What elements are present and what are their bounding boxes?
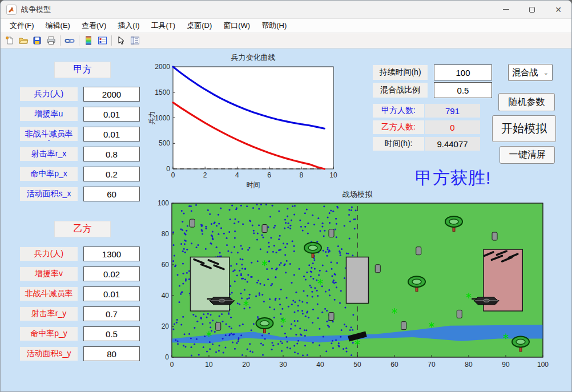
party-a-reinforce-input[interactable] <box>83 107 140 122</box>
time-value: 9.44077 <box>425 137 480 151</box>
svg-text:500: 500 <box>159 139 170 147</box>
svg-text:0: 0 <box>171 171 175 179</box>
toolbar-separator <box>60 35 61 46</box>
party-b-header: 乙方 <box>54 221 111 237</box>
time-label: 时间(h): <box>373 137 424 151</box>
svg-text:0: 0 <box>170 361 174 369</box>
party-b-count-value: 0 <box>425 120 480 134</box>
open-folder-icon[interactable] <box>17 34 30 47</box>
menu-window[interactable]: 窗口(W) <box>217 19 256 32</box>
svg-text:1500: 1500 <box>155 88 170 96</box>
party-a-hitrate-input[interactable] <box>83 167 140 181</box>
toolbar <box>1 33 571 49</box>
svg-text:20: 20 <box>242 361 250 369</box>
mix-ratio-label: 混合战比例 <box>373 83 428 98</box>
svg-text:80: 80 <box>162 230 170 238</box>
svg-text:4: 4 <box>235 171 239 179</box>
print-icon[interactable] <box>44 34 58 47</box>
party-b-reinforce-input[interactable] <box>83 266 140 281</box>
party-b-noncombat-input[interactable] <box>83 286 140 301</box>
start-simulation-button[interactable]: 开始模拟 <box>492 115 556 142</box>
random-params-button[interactable]: 随机参数 <box>498 93 555 111</box>
menu-help[interactable]: 帮助(H) <box>256 19 292 32</box>
party-a-count-value: 791 <box>425 104 480 118</box>
party-b-noncombat-label: 非战斗减员率g <box>20 287 78 301</box>
link-icon[interactable] <box>63 34 76 47</box>
chevron-down-icon: ⌄ <box>543 69 549 76</box>
menu-edit[interactable]: 编辑(E) <box>40 19 76 32</box>
party-a-noncombat-input[interactable] <box>83 127 140 142</box>
party-b-area-label: 活动面积s_y <box>20 347 78 361</box>
figure-canvas: 甲方 兵力(人) 增援率u 非战斗减员率f 射击率r_x 命中率p_x 活动面积… <box>1 49 572 392</box>
svg-text:90: 90 <box>502 361 510 369</box>
party-a-count-label: 甲方人数: <box>373 104 424 118</box>
close-button[interactable]: ✕ <box>545 1 571 18</box>
svg-text:兵力变化曲线: 兵力变化曲线 <box>231 53 276 62</box>
duration-input[interactable] <box>434 64 492 80</box>
party-b-firerate-label: 射击率r_y <box>20 307 78 321</box>
party-b-troops-label: 兵力(人) <box>20 247 78 261</box>
toolbar-separator <box>79 35 79 46</box>
clear-screen-button[interactable]: 一键清屏 <box>500 146 555 164</box>
menu-file[interactable]: 文件(F) <box>4 19 40 32</box>
party-b-firerate-input[interactable] <box>83 306 140 321</box>
app-window: 战争模型 ✕ 文件(F) 编辑(E) 查看(V) 插入(I) 工具(T) 桌面(… <box>0 0 572 392</box>
arrow-cursor-icon[interactable] <box>114 34 128 47</box>
matlab-logo-icon <box>8 6 15 13</box>
party-a-troops-input[interactable] <box>83 87 140 102</box>
property-inspector-icon[interactable] <box>128 34 142 47</box>
party-b-reinforce-label: 增援率v <box>20 267 78 281</box>
party-a-noncombat-label: 非战斗减员率f <box>20 127 78 141</box>
party-a-area-input[interactable] <box>83 187 140 201</box>
force-curve-chart: 兵力变化曲线05001000150020000246810时间兵力 <box>146 50 346 193</box>
svg-text:2000: 2000 <box>155 63 170 71</box>
save-icon[interactable] <box>30 34 44 47</box>
party-b-troops-input[interactable] <box>83 246 140 261</box>
svg-text:10: 10 <box>205 361 213 369</box>
menu-bar: 文件(F) 编辑(E) 查看(V) 插入(I) 工具(T) 桌面(D) 窗口(W… <box>1 19 571 33</box>
party-a-header: 甲方 <box>54 62 111 78</box>
svg-text:2: 2 <box>203 171 207 179</box>
svg-text:20: 20 <box>162 322 170 330</box>
duration-label: 持续时间(h) <box>373 65 428 80</box>
party-a-hitrate-label: 命中率p_x <box>20 167 78 181</box>
mix-ratio-input[interactable] <box>434 82 492 98</box>
svg-text:0: 0 <box>166 165 170 173</box>
menu-insert[interactable]: 插入(I) <box>112 19 145 32</box>
svg-text:40: 40 <box>162 292 170 300</box>
new-file-icon[interactable] <box>3 34 17 47</box>
menu-desktop[interactable]: 桌面(D) <box>181 19 217 32</box>
svg-text:100: 100 <box>158 199 169 207</box>
battle-mode-select[interactable]: 混合战 ⌄ <box>508 64 553 81</box>
svg-text:50: 50 <box>353 361 361 369</box>
party-b-area-input[interactable] <box>83 346 140 361</box>
svg-text:8: 8 <box>299 171 303 179</box>
party-a-firerate-label: 射击率r_x <box>20 147 78 161</box>
svg-text:70: 70 <box>428 361 436 369</box>
minimize-button[interactable] <box>493 1 519 18</box>
svg-text:60: 60 <box>162 261 170 269</box>
svg-text:战场模拟: 战场模拟 <box>343 190 373 199</box>
svg-text:兵力: 兵力 <box>148 111 156 125</box>
maximize-button[interactable] <box>519 1 545 18</box>
party-b-hitrate-input[interactable] <box>83 326 140 341</box>
svg-text:80: 80 <box>465 361 473 369</box>
menu-tools[interactable]: 工具(T) <box>146 19 182 32</box>
svg-text:100: 100 <box>537 361 549 369</box>
colorbar-icon[interactable] <box>82 34 95 47</box>
title-bar: 战争模型 ✕ <box>1 1 571 19</box>
svg-text:6: 6 <box>267 171 271 179</box>
party-a-area-label: 活动面积s_x <box>20 187 78 201</box>
party-a-reinforce-label: 增援率u <box>20 107 78 121</box>
matlab-app-icon <box>6 5 17 15</box>
battle-mode-value: 混合战 <box>512 67 538 78</box>
insert-legend-icon[interactable] <box>95 34 109 47</box>
party-a-firerate-input[interactable] <box>83 147 140 161</box>
svg-text:10: 10 <box>329 171 337 179</box>
menu-view[interactable]: 查看(V) <box>76 19 112 32</box>
party-a-troops-label: 兵力(人) <box>20 87 78 101</box>
toolbar-separator <box>111 35 112 46</box>
party-b-hitrate-label: 命中率p_y <box>20 327 78 341</box>
svg-text:0: 0 <box>165 353 169 361</box>
battle-result-text: 甲方获胜! <box>415 167 491 190</box>
